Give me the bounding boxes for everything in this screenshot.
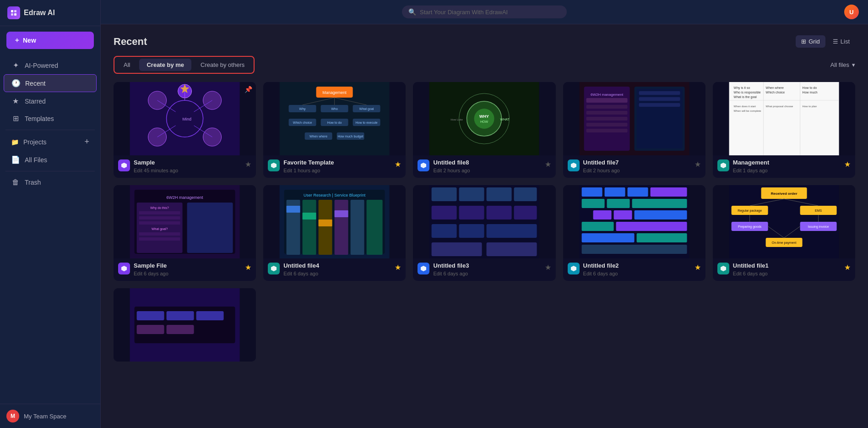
star-button[interactable]: ★ bbox=[245, 263, 251, 272]
search-input[interactable] bbox=[420, 9, 560, 16]
star-button[interactable]: ★ bbox=[844, 263, 851, 272]
svg-text:How much: How much bbox=[802, 91, 817, 94]
svg-rect-119 bbox=[627, 187, 648, 197]
file-info: SampleEdit 45 minutes ago★ bbox=[114, 155, 256, 178]
file-thumbnail: Why is it so Who is responsible What is … bbox=[713, 82, 855, 155]
file-time: Edit 1 days ago bbox=[733, 168, 769, 173]
svg-text:How to execute: How to execute bbox=[356, 121, 378, 124]
file-card-favorite-template[interactable]: Management Why Who What goal Which choic… bbox=[263, 82, 406, 178]
svg-rect-156 bbox=[137, 325, 164, 334]
file-time: Edit 2 hours ago bbox=[583, 168, 620, 173]
sidebar-item-all-files[interactable]: 📄 All Files bbox=[4, 151, 97, 168]
topbar: 🔍 U bbox=[101, 0, 868, 24]
templates-icon: ⊞ bbox=[11, 114, 20, 123]
sidebar-item-templates[interactable]: ⊞ Templates bbox=[4, 110, 97, 127]
pin-icon: 📌 bbox=[244, 86, 252, 93]
sidebar-header: Edraw AI bbox=[0, 0, 100, 26]
svg-rect-131 bbox=[581, 245, 687, 254]
file-card-sample[interactable]: Mind 📌SampleEdit 45 minutes ago★ bbox=[114, 82, 256, 178]
all-files-icon: 📄 bbox=[11, 155, 20, 164]
svg-rect-53 bbox=[586, 105, 627, 109]
file-card-partial[interactable] bbox=[114, 288, 256, 362]
svg-text:6W2H management: 6W2H management bbox=[591, 93, 624, 97]
chevron-down-icon: ▾ bbox=[852, 61, 855, 68]
star-button[interactable]: ★ bbox=[395, 160, 401, 169]
star-button[interactable]: ★ bbox=[844, 160, 851, 169]
file-type-icon bbox=[418, 263, 429, 274]
svg-rect-100 bbox=[319, 219, 332, 226]
svg-text:What proposal choose: What proposal choose bbox=[765, 105, 793, 108]
user-avatar[interactable]: U bbox=[844, 5, 859, 19]
svg-text:Regular package: Regular package bbox=[738, 209, 762, 213]
svg-rect-154 bbox=[167, 311, 194, 320]
file-time: Edit 6 days ago bbox=[733, 271, 769, 276]
sidebar-item-label: AI-Powered bbox=[25, 62, 58, 69]
file-card-management[interactable]: Why is it so Who is responsible What is … bbox=[713, 82, 855, 178]
list-view-button[interactable]: ☰ List bbox=[827, 35, 855, 48]
new-button[interactable]: ＋ New bbox=[6, 32, 94, 49]
page-title: Recent bbox=[114, 36, 147, 48]
svg-text:Why do this?: Why do this? bbox=[150, 206, 169, 210]
add-project-icon[interactable]: + bbox=[84, 137, 89, 147]
file-thumbnail: Received order Regular package EMS Prepa… bbox=[713, 185, 855, 258]
star-button[interactable]: ★ bbox=[245, 160, 251, 169]
sidebar: Edraw AI ＋ New ✦ AI-Powered 🕐 Recent ★ S… bbox=[0, 0, 101, 428]
svg-text:Which choice: Which choice bbox=[293, 121, 312, 124]
file-info: Untitled file7Edit 2 hours ago★ bbox=[563, 155, 705, 178]
svg-rect-85 bbox=[139, 221, 180, 225]
sidebar-item-ai-powered[interactable]: ✦ AI-Powered bbox=[4, 57, 97, 74]
file-card-untitled-file4[interactable]: User Research | Service Blueprint ···Unt… bbox=[263, 185, 406, 281]
svg-rect-84 bbox=[139, 216, 180, 219]
file-type-icon bbox=[568, 263, 580, 274]
file-card-untitled-file7[interactable]: 6W2H management ···Untitled file7Edit 2 … bbox=[563, 82, 705, 178]
file-card-untitled-file3[interactable]: ···Untitled file3Edit 6 days ago★ bbox=[413, 185, 555, 281]
svg-rect-110 bbox=[514, 206, 537, 219]
filter-all-tab[interactable]: All bbox=[116, 59, 137, 71]
svg-text:Why is it so: Why is it so bbox=[733, 86, 750, 90]
file-type-icon bbox=[568, 159, 580, 171]
file-type-icon bbox=[268, 263, 280, 274]
svg-rect-2 bbox=[11, 13, 13, 16]
projects-icon: 📁 bbox=[11, 138, 19, 146]
grid-view-button[interactable]: ⊞ Grid bbox=[796, 35, 825, 48]
star-button[interactable]: ★ bbox=[545, 263, 551, 272]
team-name: My Team Space bbox=[24, 413, 66, 420]
svg-rect-98 bbox=[287, 206, 300, 213]
sidebar-item-label: Recent bbox=[25, 80, 45, 87]
file-card-untitled-file8[interactable]: WHY HOW WHAT How Luke ···Untitled file8E… bbox=[413, 82, 555, 178]
search-bar[interactable]: 🔍 bbox=[402, 5, 567, 18]
svg-text:How much budget: How much budget bbox=[338, 135, 363, 138]
svg-rect-127 bbox=[581, 222, 613, 231]
svg-rect-125 bbox=[613, 210, 632, 219]
sidebar-item-trash[interactable]: 🗑 Trash bbox=[4, 174, 97, 191]
filter-create-by-me-tab[interactable]: Create by me bbox=[139, 59, 191, 71]
svg-text:Management: Management bbox=[323, 90, 347, 95]
file-card-untitled-file1[interactable]: Received order Regular package EMS Prepa… bbox=[713, 185, 855, 281]
filter-create-by-others-tab[interactable]: Create by others bbox=[193, 59, 252, 71]
trash-icon: 🗑 bbox=[11, 178, 20, 187]
svg-rect-157 bbox=[167, 325, 194, 334]
recent-icon: 🕐 bbox=[11, 79, 21, 88]
files-filter[interactable]: All files ▾ bbox=[830, 61, 855, 68]
svg-rect-59 bbox=[639, 91, 680, 95]
svg-rect-115 bbox=[487, 242, 537, 256]
star-button[interactable]: ★ bbox=[694, 160, 701, 169]
file-type-icon bbox=[118, 159, 130, 171]
sidebar-item-recent[interactable]: 🕐 Recent bbox=[4, 74, 97, 92]
star-button[interactable]: ★ bbox=[545, 160, 551, 169]
team-avatar: M bbox=[6, 410, 19, 423]
file-info: Untitled file2Edit 6 days ago★ bbox=[563, 258, 705, 281]
file-card-sample-file[interactable]: 6W2H management Why do this? What goal? … bbox=[114, 185, 256, 281]
file-type-icon bbox=[717, 159, 729, 171]
svg-rect-52 bbox=[586, 98, 627, 103]
svg-rect-120 bbox=[650, 187, 687, 197]
sidebar-footer[interactable]: M My Team Space bbox=[0, 404, 100, 428]
sidebar-item-projects[interactable]: 📁 Projects + bbox=[4, 133, 97, 151]
svg-text:How to do: How to do bbox=[327, 121, 342, 124]
star-button[interactable]: ★ bbox=[694, 263, 701, 272]
star-button[interactable]: ★ bbox=[395, 263, 401, 272]
file-card-untitled-file2[interactable]: ···Untitled file2Edit 6 days ago★ bbox=[563, 185, 705, 281]
svg-rect-56 bbox=[586, 123, 627, 126]
sidebar-item-starred[interactable]: ★ Starred bbox=[4, 93, 97, 110]
svg-rect-97 bbox=[367, 200, 383, 255]
